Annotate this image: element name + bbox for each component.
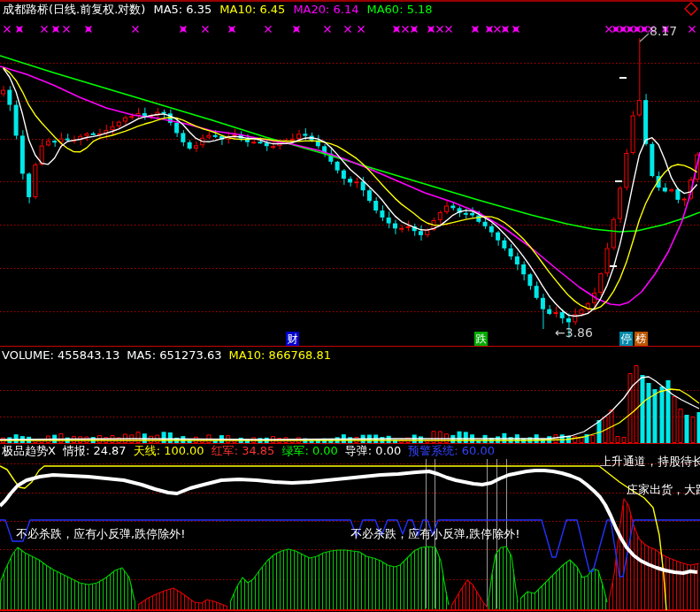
indicator-stat-1: 情报: 24.87 — [63, 444, 127, 457]
stock-title: 成都路桥(日线.前复权.对数) — [3, 3, 145, 16]
volume-stat-1: MA5: 651273.63 — [127, 348, 221, 362]
chart-canvas[interactable] — [0, 0, 700, 612]
annotation-mid: 不必杀跌，应有小反弹,跌停除外! — [350, 527, 519, 540]
ma-label-3: MA60: 5.18 — [366, 3, 432, 16]
high-price-label: 8.17 — [650, 25, 677, 38]
event-tag-2: 停 — [619, 332, 633, 346]
chart-header: 成都路桥(日线.前复权.对数)MA5: 6.35MA10: 6.45MA20: … — [3, 3, 449, 16]
indicator-stat-5: 导弹: 0.00 — [345, 444, 401, 457]
volume-stat-2: MA10: 866768.81 — [228, 348, 330, 362]
indicator-header: 极品趋势X情报: 24.87天线: 100.00红军: 34.85绿军: 0.0… — [2, 444, 502, 457]
volume-stat-0: VOLUME: 455843.13 — [2, 348, 119, 362]
ma-label-1: MA10: 6.45 — [219, 3, 285, 16]
indicator-stat-4: 绿军: 0.00 — [281, 444, 337, 457]
ma-label-0: MA5: 6.35 — [153, 3, 212, 16]
indicator-stat-3: 红军: 34.85 — [212, 444, 275, 457]
event-tag-0: 财 — [286, 332, 299, 346]
indicator-stat-0: 极品趋势X — [2, 444, 56, 457]
low-price-label: ←3.86 — [555, 326, 593, 340]
trading-terminal: 成都路桥(日线.前复权.对数)MA5: 6.35MA10: 6.45MA20: … — [0, 0, 700, 612]
indicator-stat-2: 天线: 100.00 — [134, 444, 204, 457]
indicator-stat-6: 预警系统: 60.00 — [408, 444, 495, 457]
volume-header: VOLUME: 455843.13MA5: 651273.63MA10: 866… — [2, 348, 338, 362]
ma-values: MA5: 6.35MA10: 6.45MA20: 6.14MA60: 5.18 — [153, 3, 440, 16]
event-tag-3: 榜 — [635, 332, 648, 346]
annotation-selloff: 庄家出货，大跌 — [627, 483, 700, 496]
annotation-uptrend: 上升通道，持股待长线 — [600, 455, 700, 468]
ma-label-2: MA20: 6.14 — [293, 3, 358, 16]
event-tag-1: 跌 — [474, 332, 488, 346]
annotation-left: 不必杀跌，应有小反弹,跌停除外! — [16, 527, 185, 540]
